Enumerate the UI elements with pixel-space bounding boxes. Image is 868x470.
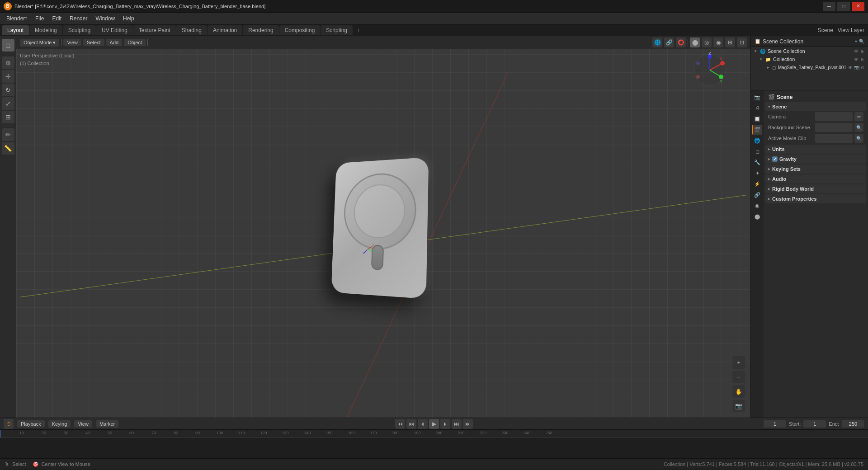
outliner-filter[interactable]: ▾ bbox=[855, 39, 857, 44]
snap-btn[interactable]: 🔗 bbox=[664, 38, 674, 47]
maximize-button[interactable]: □ bbox=[837, 2, 850, 11]
magsafe-render-icon[interactable]: ⊙ bbox=[861, 65, 864, 70]
axis-gizmo[interactable]: X Y Z bbox=[692, 52, 728, 88]
background-scene-icon[interactable]: 🔍 bbox=[854, 123, 863, 132]
audio-header[interactable]: ▸ Audio bbox=[765, 174, 866, 183]
active-movie-clip-value[interactable] bbox=[815, 134, 853, 143]
prop-physics-icon[interactable]: ⚡ bbox=[752, 179, 762, 189]
rendered-shading-btn[interactable]: ◉ bbox=[713, 38, 723, 47]
menu-edit[interactable]: Edit bbox=[48, 14, 65, 23]
view-menu-timeline[interactable]: View bbox=[74, 420, 92, 428]
camera-edit-icon[interactable]: ✏ bbox=[854, 112, 863, 121]
tool-rotate[interactable]: ↻ bbox=[2, 84, 14, 96]
background-scene-value[interactable] bbox=[815, 123, 853, 132]
magsafe-camera-icon[interactable]: 📷 bbox=[854, 65, 859, 70]
prop-scene-icon[interactable]: 🎬 bbox=[752, 125, 762, 135]
marker-menu[interactable]: Marker bbox=[96, 420, 118, 428]
next-keyframe-btn[interactable]: ⏭ bbox=[452, 419, 462, 429]
jump-end-btn[interactable]: ⏭ bbox=[463, 419, 473, 429]
view-menu[interactable]: View bbox=[63, 39, 81, 46]
prop-data-icon[interactable]: ◉ bbox=[752, 201, 762, 211]
view-layer-selector[interactable]: View Layer bbox=[838, 27, 864, 33]
tab-shading[interactable]: Shading bbox=[176, 25, 207, 35]
playback-menu[interactable]: Playback bbox=[17, 420, 45, 428]
menu-help[interactable]: Help bbox=[119, 14, 138, 23]
gravity-header[interactable]: ▸ ✓ Gravity bbox=[765, 155, 866, 164]
menu-window[interactable]: Window bbox=[92, 14, 118, 23]
timeline-track[interactable] bbox=[0, 438, 868, 458]
tool-measure[interactable]: 📏 bbox=[2, 142, 14, 155]
scene-header[interactable]: ▾ Scene bbox=[765, 102, 866, 111]
jump-start-btn[interactable]: ⏮ bbox=[395, 419, 405, 429]
tab-texture-paint[interactable]: Texture Paint bbox=[133, 25, 176, 35]
units-header[interactable]: ▸ Units bbox=[765, 145, 866, 154]
tab-animation[interactable]: Animation bbox=[208, 25, 242, 35]
prop-modifier-icon[interactable]: 🔧 bbox=[752, 157, 762, 167]
timeline-ruler[interactable]: 1 10 20 30 40 50 60 70 80 90 100 110 120… bbox=[0, 430, 868, 438]
end-frame-field[interactable]: 250 bbox=[842, 420, 864, 428]
tool-select[interactable]: ◻ bbox=[2, 39, 14, 52]
zoom-in-btn[interactable]: + bbox=[732, 356, 745, 369]
tool-cursor[interactable]: ⊕ bbox=[2, 56, 14, 69]
outliner-item-collection[interactable]: ▾ 📁 Collection 👁 🖱 bbox=[751, 55, 868, 63]
tool-move[interactable]: ✛ bbox=[2, 70, 14, 83]
object-mode-dropdown[interactable]: Object Mode ▾ bbox=[20, 39, 59, 47]
prop-render-icon[interactable]: 📷 bbox=[752, 92, 762, 102]
minimize-button[interactable]: ─ bbox=[823, 2, 835, 11]
active-movie-clip-icon[interactable]: 🔍 bbox=[854, 134, 863, 143]
object-menu[interactable]: Object bbox=[124, 39, 146, 46]
overlay-btn[interactable]: ⊞ bbox=[725, 38, 735, 47]
global-transform-btn[interactable]: 🌐 bbox=[652, 38, 662, 47]
tab-sculpting[interactable]: Sculpting bbox=[63, 25, 96, 35]
menu-file[interactable]: File bbox=[32, 14, 47, 23]
proportional-btn[interactable]: ⭕ bbox=[676, 38, 686, 47]
outliner-search[interactable]: 🔍 bbox=[859, 39, 864, 44]
prop-world-icon[interactable]: 🌐 bbox=[752, 136, 762, 146]
prop-material-icon[interactable]: ⬤ bbox=[752, 212, 762, 221]
scene-selector[interactable]: Scene bbox=[818, 27, 833, 33]
tab-uv-editing[interactable]: UV Editing bbox=[96, 25, 133, 35]
pan-btn[interactable]: ✋ bbox=[732, 385, 745, 398]
restrict-select-icon[interactable]: 🖱 bbox=[860, 49, 864, 54]
select-menu[interactable]: Select bbox=[83, 39, 104, 46]
tab-compositing[interactable]: Compositing bbox=[279, 25, 321, 35]
material-shading-btn[interactable]: ◎ bbox=[702, 38, 712, 47]
playhead[interactable] bbox=[0, 430, 0, 437]
solid-shading-btn[interactable]: ⬤ bbox=[690, 38, 700, 47]
tab-rendering[interactable]: Rendering bbox=[243, 25, 278, 35]
tab-layout[interactable]: Layout bbox=[2, 25, 29, 35]
zoom-out-btn[interactable]: − bbox=[732, 371, 745, 383]
keying-menu[interactable]: Keying bbox=[48, 420, 71, 428]
camera-view-btn[interactable]: 📷 bbox=[732, 400, 745, 412]
collection-select-icon[interactable]: 🖱 bbox=[860, 57, 864, 62]
magsafe-view-icon[interactable]: 👁 bbox=[848, 65, 853, 70]
keying-sets-header[interactable]: ▸ Keying Sets bbox=[765, 164, 866, 174]
menu-blender[interactable]: Blender* bbox=[3, 14, 31, 23]
prop-object-icon[interactable]: ◻ bbox=[752, 146, 762, 156]
rigid-body-header[interactable]: ▸ Rigid Body World bbox=[765, 184, 866, 193]
menu-render[interactable]: Render bbox=[66, 14, 91, 23]
prop-particles-icon[interactable]: ✦ bbox=[752, 168, 762, 178]
play-btn[interactable]: ▶ bbox=[429, 419, 439, 429]
tool-annotate[interactable]: ✏ bbox=[2, 128, 14, 141]
restrict-view-icon[interactable]: 👁 bbox=[854, 49, 859, 54]
custom-properties-header[interactable]: ▸ Custom Properties bbox=[765, 194, 866, 203]
outliner-item-magsafe[interactable]: ▸ ◻ MagSafe_Battery_Pack_pivot.001 👁 📷 ⊙ bbox=[751, 63, 868, 71]
prop-view-layer-icon[interactable]: 🔲 bbox=[752, 114, 762, 124]
viewport-3d[interactable]: Object Mode ▾ View Select Add Object 🌐 🔗… bbox=[16, 36, 750, 418]
add-workspace-button[interactable]: + bbox=[353, 26, 363, 35]
collection-view-icon[interactable]: 👁 bbox=[854, 57, 859, 62]
timeline-icon-btn[interactable]: ⏱ bbox=[4, 419, 14, 429]
step-fwd-btn[interactable]: ⏵ bbox=[440, 419, 450, 429]
prev-keyframe-btn[interactable]: ⏮ bbox=[406, 419, 416, 429]
close-button[interactable]: ✕ bbox=[852, 2, 864, 11]
prop-output-icon[interactable]: 🖨 bbox=[752, 103, 762, 113]
start-frame-field[interactable]: 1 bbox=[803, 420, 826, 428]
current-frame-field[interactable]: 1 bbox=[764, 420, 786, 428]
tool-transform[interactable]: ⊞ bbox=[2, 111, 14, 123]
xray-btn[interactable]: ⊡ bbox=[737, 38, 747, 47]
step-back-btn[interactable]: ⏴ bbox=[418, 419, 428, 429]
outliner-item-scene-collection[interactable]: ▾ 🌐 Scene Collection 👁 🖱 bbox=[751, 47, 868, 55]
prop-constraints-icon[interactable]: 🔗 bbox=[752, 190, 762, 200]
tool-scale[interactable]: ⤢ bbox=[2, 97, 14, 110]
